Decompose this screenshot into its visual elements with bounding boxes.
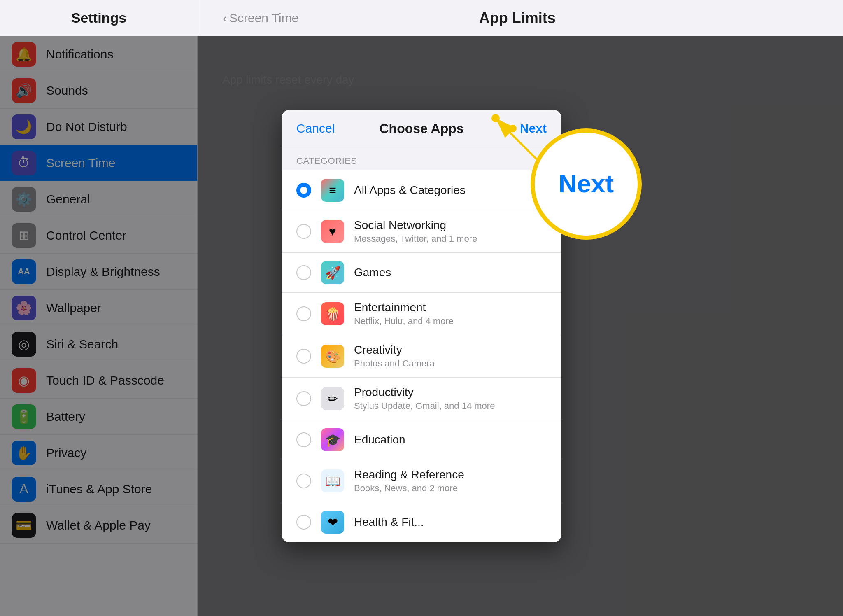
category-text-education: Education (354, 433, 547, 446)
category-item-creativity[interactable]: 🎨CreativityPhotos and Camera (282, 335, 561, 378)
category-radio-entertainment (296, 306, 311, 321)
category-item-health[interactable]: ❤Health & Fit... (282, 502, 561, 542)
back-label: Screen Time (229, 11, 298, 25)
category-subtitle-social: Messages, Twitter, and 1 more (354, 233, 547, 244)
category-item-reading[interactable]: 📖Reading & ReferenceBooks, News, and 2 m… (282, 460, 561, 502)
category-item-games[interactable]: 🚀Games (282, 253, 561, 293)
category-radio-education (296, 432, 311, 447)
category-item-entertainment[interactable]: 🍿EntertainmentNetflix, Hulu, and 4 more (282, 293, 561, 335)
category-name-entertainment: Entertainment (354, 301, 547, 314)
category-radio-games (296, 265, 311, 280)
choose-apps-modal: Cancel Choose Apps Next CATEGORIES ≡All … (282, 110, 561, 542)
category-item-education[interactable]: 🎓Education (282, 420, 561, 460)
back-chevron-icon: ‹ (223, 11, 227, 25)
settings-title-text: Settings (71, 10, 126, 26)
category-radio-allapps (296, 183, 311, 198)
nav-right: ‹ Screen Time App Limits (198, 9, 843, 27)
category-subtitle-reading: Books, News, and 2 more (354, 483, 547, 494)
category-name-social: Social Networking (354, 219, 547, 232)
category-text-allapps: All Apps & Categories (354, 184, 547, 197)
category-text-reading: Reading & ReferenceBooks, News, and 2 mo… (354, 468, 547, 494)
category-name-productivity: Productivity (354, 386, 547, 399)
next-button[interactable]: Next (509, 121, 547, 135)
category-radio-social (296, 224, 311, 239)
category-text-games: Games (354, 266, 547, 279)
category-radio-health (296, 515, 311, 530)
category-item-productivity[interactable]: ✏ProductivityStylus Update, Gmail, and 1… (282, 378, 561, 420)
next-dot-indicator (509, 125, 517, 132)
category-name-creativity: Creativity (354, 343, 547, 357)
modal-body: CATEGORIES ≡All Apps & Categories♥Social… (282, 147, 561, 542)
modal-overlay: Cancel Choose Apps Next CATEGORIES ≡All … (0, 36, 843, 616)
app-container: Settings ‹ Screen Time App Limits 🔔Notif… (0, 0, 843, 616)
category-icon-games: 🚀 (321, 261, 344, 284)
category-subtitle-productivity: Stylus Update, Gmail, and 14 more (354, 401, 547, 411)
category-icon-social: ♥ (321, 220, 344, 243)
back-button[interactable]: ‹ Screen Time (223, 11, 298, 25)
category-radio-creativity (296, 349, 311, 364)
category-name-allapps: All Apps & Categories (354, 184, 547, 197)
category-radio-productivity (296, 391, 311, 406)
category-text-creativity: CreativityPhotos and Camera (354, 343, 547, 369)
modal-wrapper: Cancel Choose Apps Next CATEGORIES ≡All … (282, 110, 561, 542)
category-subtitle-creativity: Photos and Camera (354, 358, 547, 369)
category-icon-entertainment: 🍿 (321, 302, 344, 325)
cancel-button[interactable]: Cancel (296, 121, 335, 135)
category-icon-health: ❤ (321, 511, 344, 534)
category-text-productivity: ProductivityStylus Update, Gmail, and 14… (354, 386, 547, 411)
category-item-social[interactable]: ♥Social NetworkingMessages, Twitter, and… (282, 210, 561, 253)
next-label: Next (520, 121, 547, 135)
svg-text:Next: Next (559, 169, 614, 198)
category-icon-allapps: ≡ (321, 179, 344, 202)
category-name-education: Education (354, 433, 547, 446)
category-icon-creativity: 🎨 (321, 345, 344, 368)
top-nav: Settings ‹ Screen Time App Limits (0, 0, 843, 36)
category-subtitle-entertainment: Netflix, Hulu, and 4 more (354, 316, 547, 327)
category-item-allapps[interactable]: ≡All Apps & Categories (282, 170, 561, 210)
category-text-entertainment: EntertainmentNetflix, Hulu, and 4 more (354, 301, 547, 327)
category-icon-productivity: ✏ (321, 387, 344, 410)
category-icon-education: 🎓 (321, 428, 344, 451)
modal-header: Cancel Choose Apps Next (282, 110, 561, 147)
category-name-reading: Reading & Reference (354, 468, 547, 481)
content-area: 🔔Notifications🔊Sounds🌙Do Not Disturb⏱Scr… (0, 36, 843, 616)
page-title: App Limits (479, 9, 556, 27)
settings-title: Settings (0, 10, 198, 26)
category-radio-reading (296, 474, 311, 488)
category-name-health: Health & Fit... (354, 516, 547, 529)
category-icon-reading: 📖 (321, 469, 344, 492)
category-name-games: Games (354, 266, 547, 279)
category-text-social: Social NetworkingMessages, Twitter, and … (354, 219, 547, 244)
modal-title: Choose Apps (379, 121, 463, 136)
categories-header: CATEGORIES (282, 147, 561, 170)
category-text-health: Health & Fit... (354, 516, 547, 529)
